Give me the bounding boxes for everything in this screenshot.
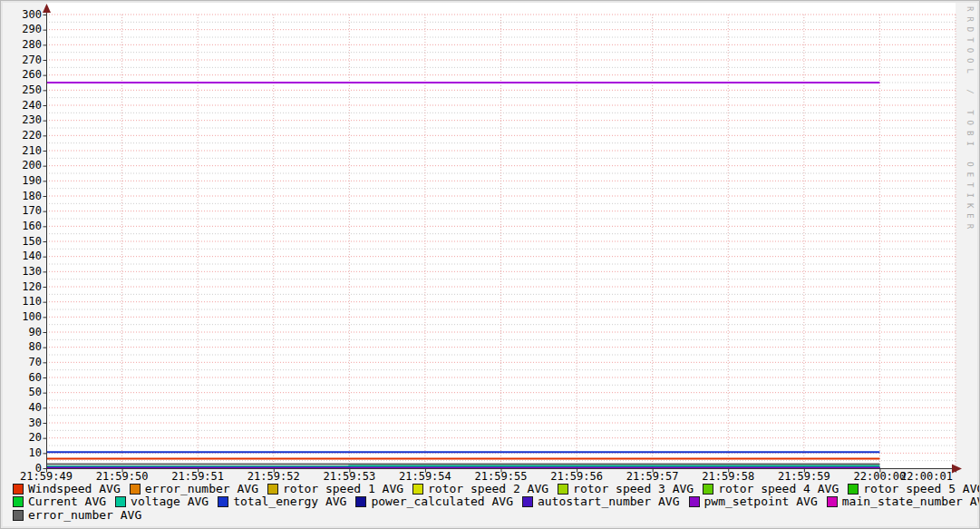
legend-label: autostart_number AVG [538,495,680,508]
legend-item: rotor speed 5 AVG [848,483,980,495]
legend-swatch-icon [355,496,366,507]
legend-swatch-icon [267,484,278,495]
y-axis-tick-label: 290 [1,24,42,35]
legend-label: rotor speed 2 AVG [428,483,548,495]
y-axis-tick-label: 130 [1,266,42,278]
legend-label: total_energy AVG [233,495,346,508]
legend-label: main_state_number AVG [842,495,980,508]
legend-item: total_energy AVG [218,495,346,508]
legend-label: error_number AVG [28,509,141,522]
y-axis-tick-label: 150 [1,236,42,248]
series-line [46,465,879,466]
y-axis-tick-label: 60 [1,372,42,384]
legend-label: pwm_setpoint AVG [704,495,818,508]
x-axis-tick-label: 21:59:55 [474,471,529,483]
legend-item: error_number AVG [130,483,258,495]
legend-label: rotor speed 1 AVG [283,483,403,495]
y-axis-tick-label: 240 [1,100,42,112]
y-axis-tick-label: 180 [1,191,42,202]
y-axis-tick-label: 190 [1,175,42,187]
y-axis-tick-label: 100 [1,311,42,323]
y-axis-tick-label: 70 [1,357,42,368]
x-axis-tick-label: 21:59:59 [777,471,831,483]
y-axis-tick-label: 280 [1,39,42,51]
legend-swatch-icon [412,484,423,495]
legend-label: voltage AVG [131,495,209,508]
x-axis-tick-label: 21:59:53 [322,471,376,483]
y-axis-tick-label: 200 [1,160,42,171]
y-axis-tick-label: 220 [1,130,42,142]
x-axis-tick-label: 21:59:56 [549,471,604,483]
legend-item: power_calculated AVG [355,495,513,508]
legend-swatch-icon [827,496,838,507]
legend-swatch-icon [218,496,228,507]
rrdtool-graph: 0102030405060708090100110120130140150160… [0,0,980,529]
legend-swatch-icon [130,484,141,495]
legend-item: Windspeed AVG [13,483,121,495]
watermark-text: RRDTOOL / TOBI OETIKER [965,6,975,496]
y-axis-tick-label: 50 [1,387,42,398]
y-axis-tick-label: 250 [1,84,42,96]
y-axis-tick-label: 90 [1,327,42,338]
legend-label: Windspeed AVG [28,483,121,495]
legend-item: rotor speed 2 AVG [412,483,548,495]
y-axis-tick-label: 270 [1,54,42,66]
y-axis-tick-label: 230 [1,114,42,126]
legend-item: rotor speed 1 AVG [267,483,403,495]
legend-row: Current AVGvoltage AVGtotal_energy AVGpo… [13,495,975,508]
x-axis-tick-label: 21:59:51 [170,471,225,483]
legend-item: rotor speed 3 AVG [558,483,694,495]
legend-item: main_state_number AVG [827,495,980,508]
y-axis-tick-label: 170 [1,205,42,217]
legend-item: error_number AVG [13,509,141,522]
x-axis-tick-label: 22:00:01 [899,471,954,483]
legend-row: error_number AVG [13,509,975,522]
legend: Windspeed AVGerror_number AVGrotor speed… [13,483,975,522]
chart-plot-area [1,1,980,529]
legend-swatch-icon [689,496,700,507]
x-axis-tick-label: 21:59:49 [19,471,73,483]
legend-swatch-icon [848,484,859,495]
y-axis-tick-label: 210 [1,145,42,157]
y-axis-tick-label: 110 [1,296,42,308]
x-axis-tick-label: 21:59:50 [95,471,150,483]
legend-row: Windspeed AVGerror_number AVGrotor speed… [13,483,975,495]
legend-label: rotor speed 3 AVG [573,483,694,495]
legend-label: Current AVG [28,495,106,508]
y-axis-tick-label: 40 [1,402,42,414]
y-axis-tick-label: 80 [1,341,42,353]
y-axis-tick-label: 30 [1,417,42,429]
legend-swatch-icon [115,496,126,507]
legend-swatch-icon [13,496,24,507]
legend-item: voltage AVG [115,495,209,508]
legend-swatch-icon [558,484,568,495]
y-axis-tick-label: 120 [1,281,42,293]
x-axis-tick-label: 21:59:54 [398,471,452,483]
y-axis-arrow-icon [43,4,51,13]
legend-item: autostart_number AVG [522,495,680,508]
y-axis-tick-label: 10 [1,447,42,459]
y-axis-tick-label: 260 [1,69,42,81]
x-axis-tick-label: 21:59:52 [247,471,301,483]
legend-label: error_number AVG [145,483,258,495]
legend-swatch-icon [13,510,24,521]
x-axis-tick-label: 21:59:58 [701,471,755,483]
legend-swatch-icon [13,484,24,495]
legend-label: rotor speed 5 AVG [863,483,980,495]
legend-swatch-icon [522,496,533,507]
legend-swatch-icon [703,484,713,495]
x-axis-tick-label: 21:59:57 [626,471,680,483]
legend-label: rotor speed 4 AVG [718,483,839,495]
legend-item: pwm_setpoint AVG [689,495,818,508]
legend-item: Current AVG [13,495,106,508]
legend-label: power_calculated AVG [371,495,513,508]
y-axis-tick-label: 20 [1,432,42,444]
y-axis-tick-label: 300 [1,9,42,21]
y-axis-tick-label: 160 [1,220,42,232]
legend-item: rotor speed 4 AVG [703,483,839,495]
y-axis-tick-label: 140 [1,250,42,262]
